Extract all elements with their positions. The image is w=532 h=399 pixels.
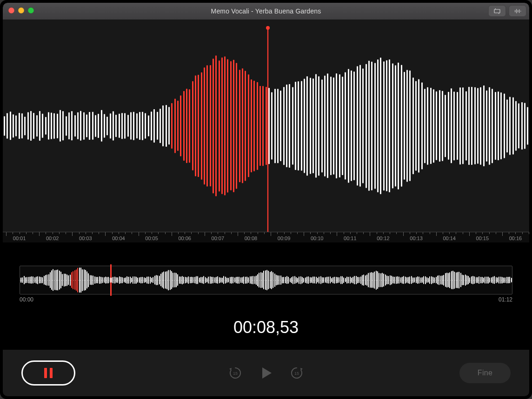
overview-start-label: 00:00 — [20, 296, 33, 303]
playhead[interactable] — [267, 29, 268, 233]
pause-button[interactable] — [21, 360, 75, 386]
skip-forward-15-icon: 15 — [289, 366, 304, 380]
done-button[interactable]: Fine — [459, 363, 511, 383]
timeline-tick-label: 00:07 — [212, 235, 225, 241]
levels-button[interactable] — [509, 5, 526, 17]
zoom-window-button[interactable] — [28, 7, 34, 13]
skip-back-button[interactable]: 15 — [228, 366, 243, 380]
trim-button[interactable] — [488, 5, 506, 17]
main-waveform-area[interactable]: 00:0100:0200:0300:0400:0500:0600:0700:08… — [3, 20, 529, 242]
window-controls — [8, 7, 34, 13]
timeline-ruler[interactable]: 00:0100:0200:0300:0400:0500:0600:0700:08… — [3, 232, 529, 242]
skip-forward-button[interactable]: 15 — [289, 366, 304, 380]
timeline-tick-label: 00:06 — [178, 235, 191, 241]
trim-icon — [493, 7, 501, 15]
timeline-tick-label: 00:10 — [311, 235, 324, 241]
timeline-tick-label: 00:09 — [278, 235, 291, 241]
minimize-window-button[interactable] — [18, 7, 24, 13]
equalizer-icon — [513, 7, 522, 15]
timeline-tick-label: 00:01 — [13, 235, 26, 241]
main-waveform[interactable] — [3, 20, 529, 232]
skip-back-15-icon: 15 — [228, 366, 243, 380]
done-button-label: Fine — [478, 369, 492, 377]
timeline-tick-label: 00:02 — [46, 235, 59, 241]
toolbar-right — [488, 5, 526, 17]
timeline-tick-label: 00:16 — [509, 235, 522, 241]
timeline-tick-label: 00:11 — [344, 235, 357, 241]
timeline-tick-label: 00:08 — [245, 235, 258, 241]
svg-text:15: 15 — [294, 371, 299, 376]
timeline-tick-label: 00:12 — [377, 235, 390, 241]
window-title: Memo Vocali - Yerba Buena Gardens — [3, 7, 529, 15]
timeline-tick-label: 00:03 — [79, 235, 92, 241]
svg-rect-0 — [494, 9, 500, 13]
svg-text:15: 15 — [233, 371, 238, 376]
voice-memos-window: Memo Vocali - Yerba Buena Gardens 00:010… — [3, 3, 529, 396]
titlebar: Memo Vocali - Yerba Buena Gardens — [3, 3, 529, 20]
timeline-tick-label: 00:14 — [443, 235, 456, 241]
playback-controls: 15 15 — [228, 365, 304, 381]
controls-bar: 15 15 Fine — [3, 350, 529, 396]
pause-icon — [44, 368, 53, 378]
timeline-tick-label: 00:04 — [112, 235, 125, 241]
close-window-button[interactable] — [8, 7, 14, 13]
timeline-tick-label: 00:05 — [145, 235, 158, 241]
overview-end-label: 01:12 — [499, 296, 512, 303]
overview-centerline — [20, 280, 512, 281]
play-button[interactable] — [258, 365, 274, 381]
play-icon — [258, 365, 274, 381]
overview-labels: 00:00 01:12 — [20, 296, 512, 303]
timeline-tick-label: 00:15 — [476, 235, 489, 241]
overview-waveform[interactable] — [20, 266, 512, 294]
current-time-display: 00:08,53 — [3, 318, 529, 337]
timeline-tick-label: 00:13 — [410, 235, 423, 241]
